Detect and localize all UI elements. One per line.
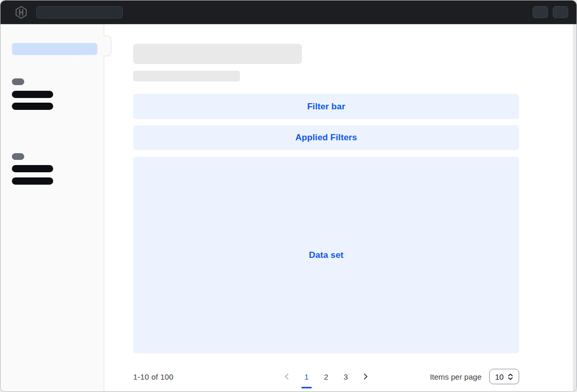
nav-search-placeholder — [36, 6, 123, 19]
applied-filters-label: Applied Filters — [295, 133, 357, 143]
chevron-right-icon — [361, 372, 370, 381]
topbar-actions — [533, 6, 568, 18]
filter-bar-section: Filter bar — [133, 94, 519, 119]
filter-bar-label: Filter bar — [307, 102, 345, 112]
nav-action-placeholder — [553, 6, 568, 18]
chevron-left-icon — [283, 372, 291, 381]
pagination-prev-button[interactable] — [281, 369, 293, 384]
caret-updown-icon — [507, 373, 514, 380]
data-set-section: Data set — [133, 157, 519, 353]
pagination-next-button[interactable] — [359, 369, 372, 384]
main-column: Filter bar Applied Filters Data set 1-10… — [133, 44, 519, 384]
page-title-placeholder — [133, 44, 302, 64]
items-per-page-group: Items per page 10 — [430, 369, 519, 384]
hashicorp-logo-icon — [14, 6, 28, 19]
app-window: Filter bar Applied Filters Data set 1-10… — [0, 0, 577, 392]
sidebar-link-placeholder — [12, 165, 53, 172]
main-content: Filter bar Applied Filters Data set 1-10… — [104, 24, 576, 392]
items-per-page-select[interactable]: 10 — [489, 369, 519, 384]
page-subtitle-placeholder — [133, 71, 240, 81]
pagination-bar: 1-10 of 100 1 2 3 — [133, 369, 519, 384]
sidebar-active-item-placeholder — [12, 43, 98, 55]
items-per-page-value: 10 — [495, 372, 504, 381]
sidebar-link-placeholder — [12, 91, 53, 98]
sidebar-nav — [1, 24, 104, 392]
content-area: Filter bar Applied Filters Data set 1-10… — [1, 24, 576, 392]
pagination-controls: 1 2 3 — [281, 369, 372, 384]
data-set-label: Data set — [309, 250, 344, 260]
pagination-page-3[interactable]: 3 — [340, 369, 352, 384]
sidebar-link-placeholder — [12, 103, 53, 110]
sidebar-group-title-placeholder — [12, 78, 24, 85]
top-navigation-bar — [1, 1, 576, 24]
sidebar-link-placeholder — [12, 177, 53, 185]
items-per-page-label: Items per page — [430, 372, 482, 381]
pagination-range-text: 1-10 of 100 — [133, 372, 173, 381]
sidebar-group-title-placeholder — [12, 153, 24, 160]
scrollbar-track[interactable] — [573, 24, 576, 392]
applied-filters-section: Applied Filters — [133, 125, 519, 150]
nav-action-placeholder — [533, 6, 548, 18]
pagination-page-1[interactable]: 1 — [300, 369, 313, 384]
pagination-page-2[interactable]: 2 — [320, 369, 332, 384]
sidebar-toggle-handle[interactable] — [104, 36, 111, 56]
